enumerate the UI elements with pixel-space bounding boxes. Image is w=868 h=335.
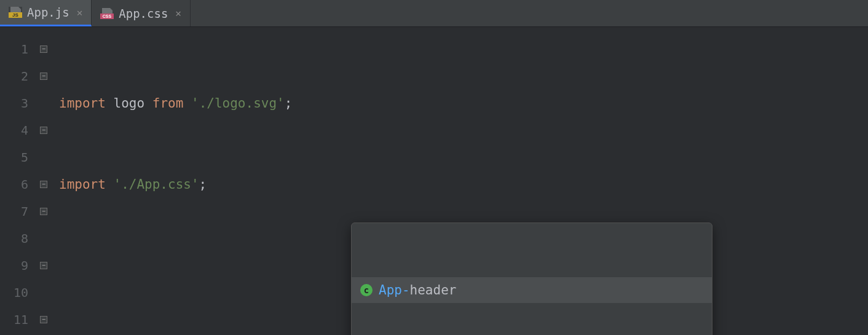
fold-column: − − − − − − −: [37, 27, 50, 335]
line-number: 10: [0, 279, 28, 306]
completion-item[interactable]: c App-header: [352, 277, 712, 303]
line-number: 1: [0, 36, 28, 63]
line-number: 5: [0, 144, 28, 171]
tab-app-css[interactable]: CSS App.css ✕: [92, 0, 191, 26]
line-number: 2: [0, 63, 28, 90]
tab-label: App.css: [119, 7, 168, 20]
line-number: 7: [0, 198, 28, 225]
line-gutter: 1 2 3 4 5 6 7 8 9 10 11: [0, 27, 37, 335]
js-file-icon: JS: [9, 7, 22, 18]
tab-label: App.js: [27, 6, 69, 19]
fold-toggle-icon[interactable]: −: [40, 208, 47, 215]
line-number: 8: [0, 225, 28, 252]
line-number: 4: [0, 117, 28, 144]
completion-rest: header: [410, 283, 457, 298]
svg-text:JS: JS: [12, 12, 18, 18]
line-number: 3: [0, 90, 28, 117]
fold-toggle-icon[interactable]: −: [40, 316, 47, 323]
code-line: import './App.css';: [50, 171, 868, 198]
completion-prefix: App-: [379, 283, 410, 298]
css-class-icon: c: [360, 284, 373, 296]
fold-toggle-icon[interactable]: −: [40, 181, 47, 188]
tab-app-js[interactable]: JS App.js ✕: [0, 0, 92, 26]
fold-toggle-icon[interactable]: −: [40, 45, 47, 53]
fold-toggle-icon[interactable]: −: [40, 262, 47, 269]
code-completion-popup: c App-header c App-link c App-logo Press…: [351, 223, 712, 335]
tab-bar: JS App.js ✕ CSS App.css ✕: [0, 0, 868, 27]
close-icon[interactable]: ✕: [175, 7, 181, 19]
css-file-icon: CSS: [100, 8, 114, 19]
fold-toggle-icon[interactable]: −: [40, 127, 47, 134]
fold-toggle-icon[interactable]: −: [40, 73, 47, 80]
line-number: 9: [0, 252, 28, 279]
line-number: 6: [0, 171, 28, 198]
line-number: 11: [0, 306, 28, 333]
code-line: import logo from './logo.svg';: [50, 90, 868, 117]
svg-text:CSS: CSS: [103, 14, 112, 18]
code-editor[interactable]: 1 2 3 4 5 6 7 8 9 10 11 − − − − − − − im…: [0, 27, 868, 335]
close-icon[interactable]: ✕: [77, 7, 83, 18]
code-area[interactable]: import logo from './logo.svg'; import '.…: [50, 27, 868, 335]
